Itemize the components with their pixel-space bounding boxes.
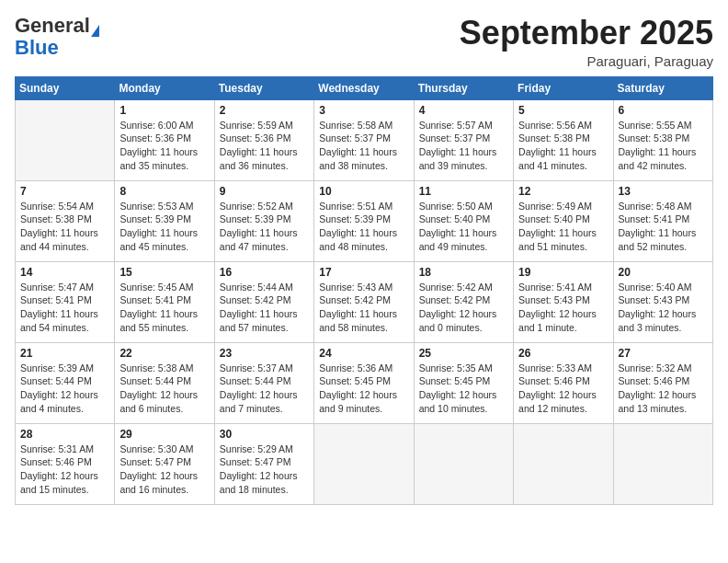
day-info: Sunrise: 5:38 AMSunset: 5:44 PMDaylight:… <box>119 362 209 416</box>
day-info: Sunrise: 5:48 AMSunset: 5:41 PMDaylight:… <box>619 200 708 254</box>
day-info: Sunrise: 5:31 AMSunset: 5:46 PMDaylight:… <box>20 442 109 497</box>
day-number: 30 <box>220 428 309 441</box>
day-number: 7 <box>20 185 109 198</box>
day-number: 2 <box>220 104 309 117</box>
day-info: Sunrise: 5:42 AMSunset: 5:42 PMDaylight:… <box>419 281 508 335</box>
day-number: 19 <box>518 266 608 279</box>
day-number: 22 <box>119 347 209 360</box>
calendar-cell: 23 Sunrise: 5:37 AMSunset: 5:44 PMDaylig… <box>214 342 313 423</box>
logo-blue: Blue <box>15 36 59 59</box>
day-number: 8 <box>119 185 209 198</box>
weekday-header-row: SundayMondayTuesdayWednesdayThursdayFrid… <box>16 76 713 99</box>
day-number: 16 <box>220 266 309 279</box>
day-number: 23 <box>220 347 309 360</box>
month-title: September 2025 <box>460 15 713 52</box>
day-info: Sunrise: 5:35 AMSunset: 5:45 PMDaylight:… <box>419 362 508 416</box>
calendar-cell: 5 Sunrise: 5:56 AMSunset: 5:38 PMDayligh… <box>514 99 613 180</box>
calendar-cell: 20 Sunrise: 5:40 AMSunset: 5:43 PMDaylig… <box>613 261 712 342</box>
day-number: 13 <box>619 185 708 198</box>
day-number: 14 <box>20 266 109 279</box>
day-info: Sunrise: 5:36 AMSunset: 5:45 PMDaylight:… <box>319 362 408 416</box>
weekday-header-saturday: Saturday <box>613 76 712 99</box>
day-number: 29 <box>119 428 209 441</box>
day-info: Sunrise: 5:57 AMSunset: 5:37 PMDaylight:… <box>419 119 508 173</box>
logo: General Blue <box>15 15 99 59</box>
weekday-header-thursday: Thursday <box>414 76 513 99</box>
day-number: 6 <box>619 104 708 117</box>
week-row-4: 21 Sunrise: 5:39 AMSunset: 5:44 PMDaylig… <box>16 342 713 423</box>
day-number: 1 <box>119 104 209 117</box>
day-number: 26 <box>518 347 608 360</box>
calendar-cell: 8 Sunrise: 5:53 AMSunset: 5:39 PMDayligh… <box>115 180 214 261</box>
calendar-cell: 24 Sunrise: 5:36 AMSunset: 5:45 PMDaylig… <box>314 342 414 423</box>
calendar-cell: 21 Sunrise: 5:39 AMSunset: 5:44 PMDaylig… <box>16 342 115 423</box>
day-info: Sunrise: 5:51 AMSunset: 5:39 PMDaylight:… <box>319 200 408 254</box>
calendar-cell: 29 Sunrise: 5:30 AMSunset: 5:47 PMDaylig… <box>115 423 214 504</box>
calendar-cell: 12 Sunrise: 5:49 AMSunset: 5:40 PMDaylig… <box>514 180 613 261</box>
day-number: 27 <box>619 347 708 360</box>
week-row-3: 14 Sunrise: 5:47 AMSunset: 5:41 PMDaylig… <box>16 261 713 342</box>
logo-general: General <box>15 14 90 37</box>
day-info: Sunrise: 5:40 AMSunset: 5:43 PMDaylight:… <box>619 281 708 335</box>
calendar-cell: 13 Sunrise: 5:48 AMSunset: 5:41 PMDaylig… <box>613 180 712 261</box>
calendar-cell: 7 Sunrise: 5:54 AMSunset: 5:38 PMDayligh… <box>16 180 115 261</box>
day-info: Sunrise: 5:53 AMSunset: 5:39 PMDaylight:… <box>119 200 209 254</box>
calendar-cell <box>16 99 115 180</box>
day-info: Sunrise: 5:41 AMSunset: 5:43 PMDaylight:… <box>518 281 608 335</box>
day-number: 4 <box>419 104 508 117</box>
calendar-cell: 10 Sunrise: 5:51 AMSunset: 5:39 PMDaylig… <box>314 180 414 261</box>
calendar-cell: 17 Sunrise: 5:43 AMSunset: 5:42 PMDaylig… <box>314 261 414 342</box>
calendar-cell: 22 Sunrise: 5:38 AMSunset: 5:44 PMDaylig… <box>115 342 214 423</box>
calendar-cell: 15 Sunrise: 5:45 AMSunset: 5:41 PMDaylig… <box>115 261 214 342</box>
calendar-cell: 14 Sunrise: 5:47 AMSunset: 5:41 PMDaylig… <box>16 261 115 342</box>
day-number: 5 <box>518 104 608 117</box>
calendar-cell: 16 Sunrise: 5:44 AMSunset: 5:42 PMDaylig… <box>214 261 313 342</box>
calendar-cell: 28 Sunrise: 5:31 AMSunset: 5:46 PMDaylig… <box>16 423 115 504</box>
day-info: Sunrise: 5:45 AMSunset: 5:41 PMDaylight:… <box>119 281 209 335</box>
calendar-cell <box>613 423 712 504</box>
title-block: September 2025 Paraguari, Paraguay <box>460 15 713 69</box>
weekday-header-monday: Monday <box>115 76 214 99</box>
calendar-cell: 9 Sunrise: 5:52 AMSunset: 5:39 PMDayligh… <box>214 180 313 261</box>
day-info: Sunrise: 5:47 AMSunset: 5:41 PMDaylight:… <box>20 281 109 335</box>
calendar-cell: 19 Sunrise: 5:41 AMSunset: 5:43 PMDaylig… <box>514 261 613 342</box>
calendar-cell: 27 Sunrise: 5:32 AMSunset: 5:46 PMDaylig… <box>613 342 712 423</box>
day-info: Sunrise: 5:43 AMSunset: 5:42 PMDaylight:… <box>319 281 408 335</box>
weekday-header-sunday: Sunday <box>16 76 115 99</box>
calendar-cell: 3 Sunrise: 5:58 AMSunset: 5:37 PMDayligh… <box>314 99 414 180</box>
calendar-cell: 25 Sunrise: 5:35 AMSunset: 5:45 PMDaylig… <box>414 342 513 423</box>
day-info: Sunrise: 5:52 AMSunset: 5:39 PMDaylight:… <box>220 200 309 254</box>
calendar-cell <box>414 423 513 504</box>
day-info: Sunrise: 5:50 AMSunset: 5:40 PMDaylight:… <box>419 200 508 254</box>
calendar-cell: 11 Sunrise: 5:50 AMSunset: 5:40 PMDaylig… <box>414 180 513 261</box>
day-info: Sunrise: 5:39 AMSunset: 5:44 PMDaylight:… <box>20 362 109 416</box>
weekday-header-tuesday: Tuesday <box>214 76 313 99</box>
calendar-cell: 6 Sunrise: 5:55 AMSunset: 5:38 PMDayligh… <box>613 99 712 180</box>
day-number: 21 <box>20 347 109 360</box>
day-info: Sunrise: 5:58 AMSunset: 5:37 PMDaylight:… <box>319 119 408 173</box>
weekday-header-friday: Friday <box>514 76 613 99</box>
day-info: Sunrise: 6:00 AMSunset: 5:36 PMDaylight:… <box>119 119 209 173</box>
calendar-cell: 2 Sunrise: 5:59 AMSunset: 5:36 PMDayligh… <box>214 99 313 180</box>
day-number: 28 <box>20 428 109 441</box>
day-number: 17 <box>319 266 408 279</box>
day-number: 18 <box>419 266 508 279</box>
day-info: Sunrise: 5:59 AMSunset: 5:36 PMDaylight:… <box>220 119 309 173</box>
day-info: Sunrise: 5:56 AMSunset: 5:38 PMDaylight:… <box>518 119 608 173</box>
day-number: 10 <box>319 185 408 198</box>
calendar-cell: 1 Sunrise: 6:00 AMSunset: 5:36 PMDayligh… <box>115 99 214 180</box>
location: Paraguari, Paraguay <box>460 53 713 69</box>
weekday-header-wednesday: Wednesday <box>314 76 414 99</box>
week-row-5: 28 Sunrise: 5:31 AMSunset: 5:46 PMDaylig… <box>16 423 713 504</box>
day-info: Sunrise: 5:55 AMSunset: 5:38 PMDaylight:… <box>619 119 708 173</box>
day-info: Sunrise: 5:29 AMSunset: 5:47 PMDaylight:… <box>220 442 309 497</box>
week-row-2: 7 Sunrise: 5:54 AMSunset: 5:38 PMDayligh… <box>16 180 713 261</box>
day-number: 15 <box>119 266 209 279</box>
day-info: Sunrise: 5:30 AMSunset: 5:47 PMDaylight:… <box>119 442 209 497</box>
day-info: Sunrise: 5:49 AMSunset: 5:40 PMDaylight:… <box>518 200 608 254</box>
page-header: General Blue September 2025 Paraguari, P… <box>15 15 713 69</box>
calendar-table: SundayMondayTuesdayWednesdayThursdayFrid… <box>15 76 713 505</box>
day-info: Sunrise: 5:32 AMSunset: 5:46 PMDaylight:… <box>619 362 708 416</box>
day-info: Sunrise: 5:44 AMSunset: 5:42 PMDaylight:… <box>220 281 309 335</box>
week-row-1: 1 Sunrise: 6:00 AMSunset: 5:36 PMDayligh… <box>16 99 713 180</box>
